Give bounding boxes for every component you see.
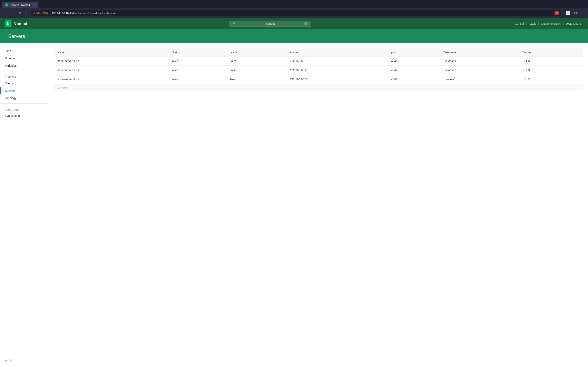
cell-datacenter: us-east-1 <box>440 75 520 84</box>
cell-status: alive <box>169 57 226 66</box>
servers-table-container: Name ↓ Status Leader Address port Datace… <box>54 48 583 91</box>
tab-title: Servers - Nomad <box>10 3 30 7</box>
sidebar-nav: Jobs Storage Variables CLUSTER Clients S… <box>0 47 49 355</box>
cell-address: 192.168.60.30 <box>287 75 388 84</box>
tab-menu-button[interactable]: ⌄ <box>580 2 586 8</box>
cell-version: 1.4.3 <box>520 75 583 84</box>
table-row[interactable]: node-server-3.us alive True 192.168.60.3… <box>54 75 583 84</box>
cell-name: node-server-1.us <box>54 57 169 66</box>
top-nav-links: Consul | Vault | Documentation | ACL Tok… <box>513 21 583 26</box>
sidebar-divider-2 <box>0 103 49 104</box>
jump-to-label: Jump to <box>265 22 276 25</box>
browser-chrome: Servers - Nomad × + ⌄ ← → ↻ ☆ ⚠ Not Secu… <box>0 0 588 18</box>
jump-shortcut: / <box>304 22 307 25</box>
address-bar[interactable]: ⚠ Not Secure | 192.168.60.10:4646/ui/ser… <box>31 10 561 16</box>
nav-link-acl-tokens[interactable]: ACL Tokens <box>564 21 583 26</box>
app: N Nomad 🔍 Jump to / Consul | Vault | Doc… <box>0 18 588 367</box>
table-pagination: 1–3 of 3 <box>54 84 583 91</box>
cluster-section-label: CLUSTER <box>0 73 49 80</box>
sidebar-item-clients[interactable]: Clients <box>0 80 49 87</box>
back-button[interactable]: ← <box>2 10 8 16</box>
url-text: 192.168.60.10:4646/ui/servers?desc=false… <box>52 12 553 15</box>
sidebar-version: v1.4.3 <box>0 355 49 365</box>
warning-icon: ⚠ <box>33 12 35 15</box>
col-datacenter: Datacenter <box>440 48 520 57</box>
extensions-button[interactable]: 👓 <box>572 10 579 16</box>
col-port: port <box>388 48 441 57</box>
logo-icon: N <box>5 20 11 27</box>
cell-address: 192.168.60.10 <box>287 57 388 66</box>
sidebar-divider-1 <box>0 71 49 71</box>
sidebar-item-variables[interactable]: Variables <box>0 62 49 69</box>
page-header: Servers <box>0 29 588 43</box>
nav-link-consul[interactable]: Consul <box>513 21 526 26</box>
sidebar-item-jobs[interactable]: Jobs <box>0 47 49 55</box>
table-body: node-server-1.us alive False 192.168.60.… <box>54 57 583 84</box>
table-row[interactable]: node-server-2.us alive False 192.168.60.… <box>54 66 583 75</box>
cell-datacenter: us-west-1 <box>440 57 520 66</box>
cell-version: 1.4.3 <box>520 66 583 75</box>
reload-button[interactable]: ↻ <box>17 10 22 16</box>
col-leader: Leader <box>226 48 287 57</box>
cell-leader: False <box>226 57 287 66</box>
cell-name: node-server-2.us <box>54 66 169 75</box>
table-header: Name ↓ Status Leader Address port Datace… <box>54 48 583 57</box>
main-content: Name ↓ Status Leader Address port Datace… <box>49 43 588 367</box>
col-status: Status <box>169 48 226 57</box>
menu-button[interactable]: ☰ <box>580 10 586 16</box>
page-title: Servers <box>8 33 580 39</box>
sidebar-item-servers[interactable]: Servers <box>0 87 49 94</box>
cell-port: 4648 <box>388 57 441 66</box>
cell-port: 4648 <box>388 75 441 84</box>
cell-status: alive <box>169 66 226 75</box>
top-nav: N Nomad 🔍 Jump to / Consul | Vault | Doc… <box>0 18 588 29</box>
col-version: Version <box>520 48 583 57</box>
tab-bar: Servers - Nomad × + ⌄ <box>0 0 588 8</box>
jump-to-container: 🔍 Jump to / <box>27 21 513 27</box>
sidebar-item-storage[interactable]: Storage <box>0 55 49 62</box>
tab-close-button[interactable]: × <box>33 3 35 7</box>
debugging-section-label: DEBUGGING <box>0 105 49 112</box>
tab-favicon <box>5 3 8 7</box>
address-bar-row: ← → ↻ ☆ ⚠ Not Secure | 192.168.60.10:464… <box>0 8 588 18</box>
table-row[interactable]: node-server-1.us alive False 192.168.60.… <box>54 57 583 66</box>
cell-port: 4648 <box>388 66 441 75</box>
new-tab-button[interactable]: + <box>39 2 45 8</box>
divider-2: | <box>538 22 539 25</box>
sidebar-item-evaluations[interactable]: Evaluations <box>0 112 49 119</box>
nav-link-vault[interactable]: Vault <box>528 21 537 26</box>
sidebar-item-topology[interactable]: Topology <box>0 94 49 102</box>
cell-status: alive <box>169 75 226 84</box>
logo[interactable]: N Nomad <box>5 20 27 27</box>
cell-datacenter: us-west-2 <box>440 66 520 75</box>
cell-leader: False <box>226 66 287 75</box>
security-warning: ⚠ Not Secure | <box>33 12 50 15</box>
search-icon: 🔍 <box>233 22 236 25</box>
forward-button[interactable]: → <box>10 10 16 16</box>
logo-text: Nomad <box>13 21 27 26</box>
browser-actions: ⬜ 👓 ☰ <box>564 10 586 16</box>
cell-version: 1.4.3 <box>520 57 583 66</box>
active-tab[interactable]: Servers - Nomad × <box>2 2 38 8</box>
col-address: Address <box>287 48 388 57</box>
cell-name: node-server-3.us <box>54 75 169 84</box>
cell-leader: True <box>226 75 287 84</box>
servers-table: Name ↓ Status Leader Address port Datace… <box>54 48 583 84</box>
col-name[interactable]: Name ↓ <box>54 48 169 57</box>
bookmark-button[interactable]: ☆ <box>24 10 29 16</box>
sidebar: Jobs Storage Variables CLUSTER Clients S… <box>0 43 49 367</box>
jump-to-button[interactable]: 🔍 Jump to / <box>229 21 311 27</box>
nav-link-documentation[interactable]: Documentation <box>540 21 562 26</box>
divider-3: | <box>563 22 564 25</box>
sidebar-toggle-button[interactable]: ⬜ <box>564 10 571 16</box>
cell-address: 192.168.60.20 <box>287 66 388 75</box>
brave-shield-icon[interactable]: 🛡 <box>554 11 559 15</box>
main-layout: Jobs Storage Variables CLUSTER Clients S… <box>0 43 588 367</box>
divider-1: | <box>526 22 527 25</box>
